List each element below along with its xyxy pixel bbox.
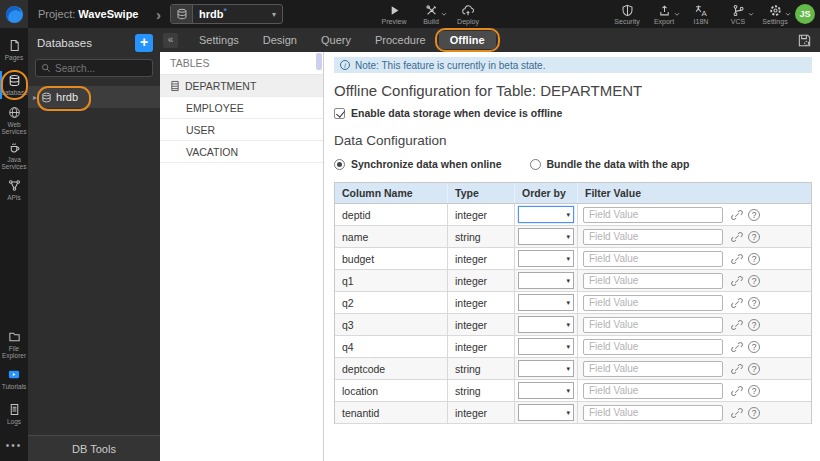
radio-button[interactable] [334, 159, 345, 170]
tab[interactable]: Design [252, 31, 308, 49]
filter-value-input[interactable] [583, 361, 723, 377]
bind-variable-link-icon[interactable] [731, 209, 743, 221]
help-icon[interactable]: ? [748, 385, 760, 397]
order-by-select[interactable]: ▾ [518, 294, 574, 311]
project-name: Project: WaveSwipe [38, 8, 156, 20]
page-title: Offline Configuration for Table: DEPARTM… [334, 82, 812, 99]
more-options-button[interactable]: ••• [0, 432, 28, 461]
sidebar-item-file-explorer[interactable]: File Explorer [0, 327, 28, 361]
tab[interactable]: Offline [439, 31, 496, 49]
filter-value-input[interactable] [583, 405, 723, 421]
databases-panel: Databases + ▸ hrdb DB Tools [28, 28, 160, 461]
expand-arrow-icon[interactable]: ▸ [33, 93, 37, 102]
column-header: Column Name [335, 183, 447, 203]
sidebar-item-databases[interactable]: Databases [0, 68, 28, 102]
add-database-button[interactable]: + [135, 34, 153, 52]
order-by-select[interactable]: ▾ [518, 360, 574, 377]
tab[interactable]: Procedure [364, 31, 437, 49]
bind-variable-link-icon[interactable] [731, 253, 743, 265]
help-icon[interactable]: ? [748, 231, 760, 243]
column-name-cell: budget [335, 248, 447, 269]
sidebar-item-pages[interactable]: Pages [0, 33, 28, 67]
filter-value-input[interactable] [583, 295, 723, 311]
bind-variable-link-icon[interactable] [731, 231, 743, 243]
bind-variable-link-icon[interactable] [731, 275, 743, 287]
settings-button[interactable]: Settings [760, 4, 790, 25]
sync-option[interactable]: Bundle the data with the app [530, 158, 690, 170]
help-icon[interactable]: ? [748, 407, 760, 419]
help-icon[interactable]: ? [748, 363, 760, 375]
order-by-select[interactable]: ▾ [518, 228, 574, 245]
help-icon[interactable]: ? [748, 319, 760, 331]
bind-variable-link-icon[interactable] [731, 341, 743, 353]
sync-option[interactable]: Synchronize data when online [334, 158, 502, 170]
database-icon [41, 92, 52, 103]
user-avatar[interactable]: JS [795, 4, 815, 24]
enable-offline-checkbox[interactable] [334, 108, 345, 119]
bind-variable-link-icon[interactable] [731, 363, 743, 375]
help-icon[interactable]: ? [748, 209, 760, 221]
db-tools-button[interactable]: DB Tools [28, 435, 160, 461]
i18n-button[interactable]: A I18N [686, 4, 716, 25]
save-settings-button[interactable] [797, 33, 812, 48]
filter-value-input[interactable] [583, 383, 723, 399]
database-search[interactable] [35, 59, 153, 77]
filter-value-input[interactable] [583, 317, 723, 333]
enable-offline-label: Enable data storage when device is offli… [351, 107, 562, 119]
order-by-select[interactable]: ▾ [518, 338, 574, 355]
table-list-item[interactable]: USER [160, 119, 323, 141]
sidebar-item-apis[interactable]: APIs [0, 173, 28, 207]
vcs-button[interactable]: VCS [723, 4, 753, 25]
filter-value-input[interactable] [583, 207, 723, 223]
help-icon[interactable]: ? [748, 275, 760, 287]
tab[interactable]: Settings [188, 31, 250, 49]
filter-value-input[interactable] [583, 273, 723, 289]
table-list-item[interactable]: VACATION [160, 141, 323, 163]
order-by-select[interactable]: ▾ [518, 272, 574, 289]
order-by-select[interactable]: ▾ [518, 382, 574, 399]
table-list-item[interactable]: DEPARTMENT [160, 75, 323, 97]
order-by-select[interactable]: ▾ [518, 316, 574, 333]
column-type-cell: integer [447, 248, 514, 269]
export-button[interactable]: Export [649, 4, 679, 25]
filter-value-cell: ? [577, 336, 811, 357]
sidebar-item-java-services[interactable]: Java Services [0, 138, 28, 172]
table-row: q3 integer ▾ ? [335, 314, 811, 336]
bind-variable-link-icon[interactable] [731, 319, 743, 331]
chevron-down-icon: ▾ [566, 387, 570, 395]
collapse-panel-button[interactable]: « [163, 33, 178, 48]
table-row: location string ▾ [335, 380, 811, 402]
column-name-cell: deptid [335, 204, 447, 225]
bind-variable-link-icon[interactable] [731, 407, 743, 419]
build-button[interactable]: Build [416, 4, 446, 25]
search-input[interactable] [55, 63, 147, 74]
bind-variable-link-icon[interactable] [731, 385, 743, 397]
help-icon[interactable]: ? [748, 341, 760, 353]
tables-panel-title: TABLES [160, 52, 323, 75]
radio-button[interactable] [530, 159, 541, 170]
column-name-cell: name [335, 226, 447, 247]
filter-value-input[interactable] [583, 251, 723, 267]
db-connection-hrdb[interactable]: ▸ hrdb [28, 86, 160, 108]
api-nodes-icon [8, 179, 21, 192]
sidebar-item-web-services[interactable]: Web Services [0, 103, 28, 137]
help-icon[interactable]: ? [748, 253, 760, 265]
order-by-select[interactable]: ▾ [518, 404, 574, 421]
table-name: EMPLOYEE [186, 102, 244, 114]
preview-button[interactable]: Preview [379, 4, 409, 25]
filter-value-input[interactable] [583, 229, 723, 245]
deploy-button[interactable]: Deploy [453, 4, 483, 25]
tab[interactable]: Query [310, 31, 362, 49]
order-by-select[interactable]: ▾ [518, 250, 574, 267]
filter-value-input[interactable] [583, 339, 723, 355]
db-selector-dropdown[interactable]: hrdb * ▾ [170, 4, 283, 24]
table-list-item[interactable]: EMPLOYEE [160, 97, 323, 119]
security-button[interactable]: Security [612, 4, 642, 25]
scrollbar-thumb[interactable] [316, 53, 322, 70]
help-icon[interactable]: ? [748, 297, 760, 309]
sidebar-item-tutorials[interactable]: Tutorials [0, 362, 28, 396]
sidebar-item-logs[interactable]: Logs [0, 397, 28, 431]
bind-variable-link-icon[interactable] [731, 297, 743, 309]
order-by-select[interactable]: ▾ [518, 206, 574, 223]
app-logo[interactable] [0, 0, 28, 28]
